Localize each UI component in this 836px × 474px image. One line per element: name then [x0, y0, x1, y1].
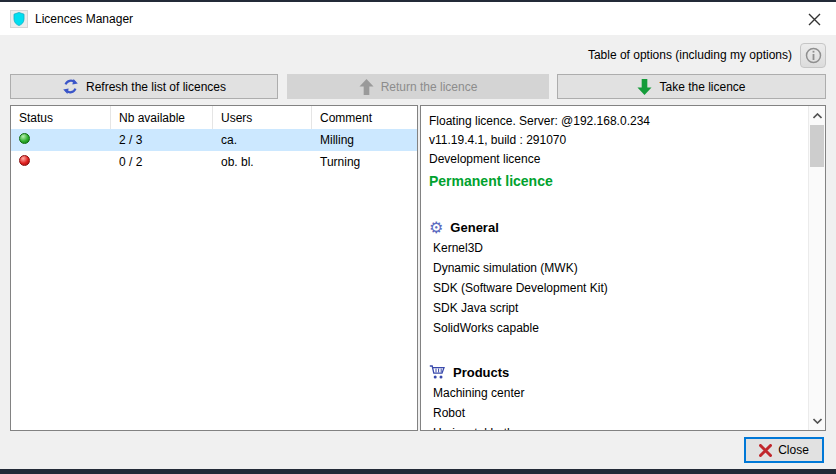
cart-icon	[429, 365, 446, 380]
permanent-licence-line: Permanent licence	[429, 169, 808, 193]
table-row[interactable]: 0 / 2 ob. bl. Turning	[11, 151, 417, 173]
list-item: Machining center	[429, 383, 808, 403]
nb-available-cell: 0 / 2	[111, 155, 213, 169]
refresh-button-label: Refresh the list of licences	[86, 80, 226, 94]
table-row[interactable]: 2 / 3 ca. Milling	[11, 129, 417, 151]
background-window-bottom-edge	[0, 469, 836, 474]
column-header-status[interactable]: Status	[11, 106, 111, 129]
close-button[interactable]: Close	[744, 437, 824, 463]
chevron-down-icon	[813, 418, 822, 424]
server-line: Floating licence. Server: @192.168.0.234	[429, 112, 808, 131]
status-cell	[11, 155, 111, 169]
gear-icon: ⚙	[429, 220, 443, 236]
column-header-users[interactable]: Users	[213, 106, 312, 129]
licence-details-panel: Floating licence. Server: @192.168.0.234…	[420, 105, 826, 431]
list-item: SDK (Software Development Kit)	[429, 278, 808, 298]
details-scrollbar[interactable]	[808, 106, 825, 430]
up-arrow-icon	[359, 79, 374, 95]
status-green-icon	[19, 133, 30, 144]
return-licence-button[interactable]: Return the licence	[287, 74, 549, 99]
refresh-licences-button[interactable]: Refresh the list of licences	[10, 74, 278, 99]
info-button[interactable]	[800, 43, 826, 68]
close-button-label: Close	[778, 443, 809, 457]
list-item: Robot	[429, 403, 808, 423]
version-line: v11.19.4.1, build : 291070	[429, 131, 808, 150]
column-header-comment[interactable]: Comment	[312, 106, 417, 129]
close-x-red-icon	[759, 444, 772, 457]
return-button-label: Return the licence	[381, 80, 478, 94]
section-products-items: Machining center Robot Horizontal Lathe …	[429, 383, 808, 431]
list-item: SolidWorks capable	[429, 318, 808, 338]
column-header-nb-available[interactable]: Nb available	[111, 106, 213, 129]
scrollbar-thumb[interactable]	[810, 125, 824, 167]
list-item: Kernel3D	[429, 238, 808, 258]
comment-cell: Milling	[312, 133, 417, 147]
options-bar: Table of options (including my options)	[0, 41, 836, 69]
window-close-button[interactable]	[800, 6, 828, 32]
list-item: Dynamic simulation (MWK)	[429, 258, 808, 278]
table-header: Status Nb available Users Comment	[11, 106, 417, 129]
licence-details-content: Floating licence. Server: @192.168.0.234…	[421, 106, 808, 430]
section-general-title: General	[450, 217, 498, 238]
section-general: ⚙ General Kernel3D Dynamic simulation (M…	[429, 217, 808, 338]
list-item: Horizontal Lathe	[429, 423, 808, 431]
take-licence-button[interactable]: Take the licence	[557, 74, 826, 99]
app-icon	[10, 10, 28, 28]
users-cell: ob. bl.	[213, 155, 312, 169]
status-cell	[11, 133, 111, 147]
scroll-up-button[interactable]	[809, 107, 825, 124]
nb-available-cell: 2 / 3	[111, 133, 213, 147]
section-products: Products Machining center Robot Horizont…	[429, 362, 808, 431]
down-arrow-icon	[637, 79, 652, 95]
shield-icon	[13, 12, 25, 26]
close-icon	[808, 13, 821, 26]
section-products-title: Products	[453, 362, 509, 383]
section-products-header: Products	[429, 362, 808, 383]
section-general-header: ⚙ General	[429, 217, 808, 238]
options-label: Table of options (including my options)	[588, 48, 792, 62]
users-cell: ca.	[213, 133, 312, 147]
take-button-label: Take the licence	[659, 80, 745, 94]
window-title: Licences Manager	[35, 12, 133, 26]
list-item: SDK Java script	[429, 298, 808, 318]
licence-type-line: Development licence	[429, 150, 808, 169]
section-general-items: Kernel3D Dynamic simulation (MWK) SDK (S…	[429, 238, 808, 338]
refresh-icon	[62, 78, 79, 95]
licences-table: Status Nb available Users Comment 2 / 3 …	[10, 105, 418, 431]
status-red-icon	[19, 155, 30, 166]
info-icon	[805, 47, 822, 64]
comment-cell: Turning	[312, 155, 417, 169]
title-bar: Licences Manager	[0, 2, 836, 35]
chevron-up-icon	[813, 113, 822, 119]
scroll-down-button[interactable]	[809, 412, 825, 429]
